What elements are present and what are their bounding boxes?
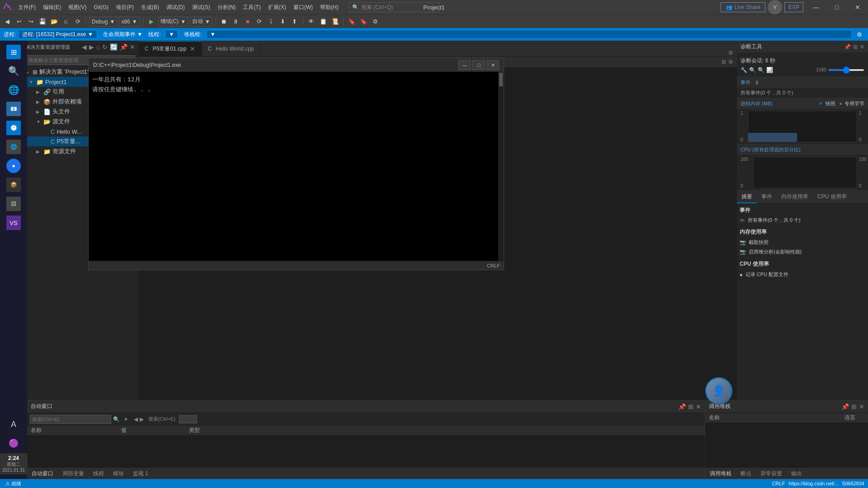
menu-window[interactable]: 窗口(W) xyxy=(290,0,316,14)
diag-tab-memory[interactable]: 内存使用率 xyxy=(777,191,813,203)
diag-mem-snapshot[interactable]: 📷 截取快照 xyxy=(740,238,865,247)
diag-tab-cpu[interactable]: CPU 使用率 xyxy=(813,191,851,203)
taskbar-pin6[interactable]: 🖼 xyxy=(5,195,23,213)
exp-button[interactable]: EXP xyxy=(784,2,803,12)
open-btn[interactable]: 📂 xyxy=(49,17,59,27)
tab-p5-close[interactable]: ✕ xyxy=(189,45,196,52)
taskbar-teams[interactable]: 🟣 xyxy=(5,434,23,452)
close-button[interactable]: ✕ xyxy=(847,0,868,14)
taskbar-pin1[interactable]: 📧 xyxy=(5,100,23,118)
sidebar-home[interactable]: ⌂ xyxy=(96,43,100,51)
play-btn[interactable]: ▶ xyxy=(146,17,156,27)
save-btn[interactable]: 💾 xyxy=(38,17,47,27)
stack-select[interactable]: ▼ xyxy=(206,30,852,39)
back-btn[interactable]: ◀ xyxy=(2,17,12,27)
taskbar-pin2[interactable]: 🕐 xyxy=(5,119,23,137)
callstack-float-btn[interactable]: ⊞ xyxy=(851,403,857,410)
redo1-btn[interactable]: ↪ xyxy=(26,17,36,27)
menu-debug[interactable]: 调试(D) xyxy=(163,0,189,14)
search-btn[interactable]: 🔍 xyxy=(113,416,120,422)
menu-tools[interactable]: 工具(T) xyxy=(239,0,264,14)
menu-ext[interactable]: 扩展(X) xyxy=(264,0,290,14)
thread-select[interactable]: ▼ xyxy=(165,30,179,39)
undo2-btn[interactable]: ⎌ xyxy=(61,17,71,27)
taskbar-pin5[interactable]: 📦 xyxy=(5,176,23,194)
diag-time-slider[interactable] xyxy=(828,69,864,71)
sidebar-sync[interactable]: ↻ xyxy=(102,43,108,51)
bookmark2-btn[interactable]: 🔖 xyxy=(359,17,368,27)
breakpoint-btn[interactable]: ⏹ xyxy=(219,17,229,27)
cs-tab-exceptions[interactable]: 异常设置 xyxy=(756,468,787,480)
diag-events-pause[interactable]: ⏸ xyxy=(754,80,760,86)
redo2-btn[interactable]: ⟳ xyxy=(73,17,83,27)
diag-tab-summary[interactable]: 摘要 xyxy=(737,191,757,203)
user-avatar[interactable]: Y xyxy=(768,0,782,14)
taskbar-pin3[interactable]: 🌐 xyxy=(5,138,23,156)
cs-tab-breakpoints[interactable]: 断点 xyxy=(736,468,756,480)
diag-close-btn[interactable]: ✕ xyxy=(860,44,864,50)
nav-settings-btn[interactable]: ⚙ xyxy=(728,59,733,65)
minimize-button[interactable]: — xyxy=(806,0,826,14)
callstack-close-btn[interactable]: ✕ xyxy=(859,403,864,410)
restart-btn[interactable]: ⟳ xyxy=(255,17,264,27)
diag-chart-icon[interactable]: 📊 xyxy=(766,67,773,73)
menu-test[interactable]: 测试(S) xyxy=(189,0,214,14)
auto-tab-watch[interactable]: 监视 1 xyxy=(128,468,153,480)
continue-dropdown[interactable]: 继续(C) ▼ xyxy=(158,17,189,27)
auto-float-btn[interactable]: ⊞ xyxy=(688,403,693,410)
search-depth-select[interactable] xyxy=(179,415,197,423)
pause-btn[interactable]: ⏸ xyxy=(231,17,241,27)
sidebar-pin[interactable]: 📌 xyxy=(120,43,127,51)
maximize-button[interactable]: □ xyxy=(826,0,847,14)
settings-btn[interactable]: ⚙ xyxy=(370,17,380,27)
step-out-btn[interactable]: ⬆ xyxy=(290,17,300,27)
diag-settings-btn[interactable]: ⚙ xyxy=(854,29,864,39)
diag-expand-btn[interactable]: ⊞ xyxy=(853,44,858,50)
taskbar-pin4[interactable]: ● xyxy=(5,157,23,175)
tab-settings-icon[interactable]: ⚙ xyxy=(728,50,733,56)
sidebar-nav-back[interactable]: ◀ xyxy=(82,43,87,51)
console-minimize[interactable]: — xyxy=(458,60,471,70)
status-crlf[interactable]: CRLF xyxy=(772,481,785,486)
nav-split-btn[interactable]: ⊞ xyxy=(722,59,726,65)
prev-btn[interactable]: ◀ xyxy=(134,416,138,422)
taskbar-start[interactable]: ⊞ xyxy=(5,43,23,61)
step-over-btn[interactable]: ⤵ xyxy=(266,17,276,27)
tab-p5[interactable]: C P5常量01.cpp ✕ xyxy=(139,41,202,56)
console-maximize[interactable]: □ xyxy=(472,60,485,70)
diag-tab-events[interactable]: 事件 xyxy=(757,191,777,203)
menu-help[interactable]: 帮助(H) xyxy=(316,0,342,14)
auto-close-btn[interactable]: ✕ xyxy=(696,403,701,410)
taskbar-vs-pin[interactable]: VS xyxy=(5,214,23,232)
bookmark1-btn[interactable]: 🔖 xyxy=(347,17,357,27)
undo-btn[interactable]: ↩ xyxy=(14,17,24,27)
taskbar-edge[interactable]: 🌐 xyxy=(5,81,23,99)
console-close[interactable]: ✕ xyxy=(486,60,499,70)
step-into-btn[interactable]: ⬇ xyxy=(278,17,288,27)
status-url[interactable]: https://blog.csdn.net/... xyxy=(788,481,839,486)
taskbar-search[interactable]: 🔍 xyxy=(5,62,23,80)
diag-cpu-icon[interactable]: 🔧 xyxy=(741,67,747,73)
diag-mem-heap[interactable]: 📷 启用堆分析(会影响性能) xyxy=(740,247,865,257)
next-btn[interactable]: ▶ xyxy=(140,416,144,422)
taskbar-input-indicator[interactable]: A xyxy=(5,415,23,433)
diag-search-icon[interactable]: 🔍 xyxy=(749,67,756,73)
auto-tab-auto[interactable]: 自动窗口 xyxy=(27,468,58,480)
callstack-pin-btn[interactable]: 📌 xyxy=(841,403,849,410)
cs-tab-callstack[interactable]: 调用堆栈 xyxy=(705,468,736,480)
auto-tab-locals[interactable]: 局部变量 xyxy=(58,468,89,480)
menu-git[interactable]: Git(G) xyxy=(90,0,112,14)
sidebar-nav-fwd[interactable]: ▶ xyxy=(89,43,94,51)
menu-analyze[interactable]: 分析(N) xyxy=(214,0,240,14)
callstack-btn[interactable]: 📜 xyxy=(330,17,340,27)
debug-config-dropdown[interactable]: Debug ▼ xyxy=(90,17,117,27)
platform-dropdown[interactable]: x86 ▼ xyxy=(119,17,139,27)
watch-btn[interactable]: 👁 xyxy=(307,17,316,27)
menu-view[interactable]: 视图(V) xyxy=(65,0,90,14)
menu-project[interactable]: 项目(P) xyxy=(112,0,137,14)
stop-btn[interactable]: ■ xyxy=(243,17,253,27)
diag-zoom-in-icon[interactable]: 🔍 xyxy=(758,67,764,73)
menu-file[interactable]: 文件(F) xyxy=(14,0,39,14)
auto-pin-btn[interactable]: 📌 xyxy=(678,403,686,410)
live-share-button[interactable]: 👥 Live Share xyxy=(721,2,765,12)
